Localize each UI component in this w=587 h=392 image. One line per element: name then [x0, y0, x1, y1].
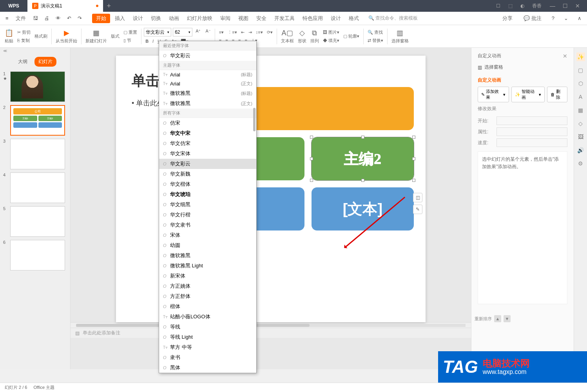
format-painter-button[interactable]: 格式刷 [33, 33, 49, 40]
slide-thumbnail-5[interactable]: 5 [3, 206, 67, 237]
tab-start[interactable]: 开始 [92, 14, 110, 23]
strip-object-icon[interactable]: ◇ [576, 119, 585, 128]
font-item[interactable]: O新宋体 [159, 271, 256, 281]
property-select[interactable] [496, 127, 567, 136]
font-item[interactable]: O方正姚体 [159, 281, 256, 291]
tab-design[interactable]: 设计 [130, 13, 146, 24]
new-tab-button[interactable]: + [103, 0, 115, 12]
smart-animation-button[interactable]: ✨ 智能动画 ▾ [511, 87, 545, 102]
slide-thumbnail-2[interactable]: 2 公司 主编1主编2 [3, 105, 67, 136]
tab-transition[interactable]: 切换 [148, 13, 164, 24]
bullets-button[interactable]: ≡▾ [217, 29, 225, 36]
font-item-highlighted[interactable]: O华文彩云 [159, 159, 256, 169]
font-item[interactable]: O华文楷体 [159, 179, 256, 189]
outline-button[interactable]: ▢ 轮廓▾ [342, 33, 361, 40]
font-item[interactable]: O华文中宋 [159, 128, 256, 138]
shapes-button[interactable]: ◇形状 [296, 29, 308, 44]
text-direction-button[interactable]: ⟳▾ [265, 29, 274, 36]
font-name-select[interactable]: 华文彩云▾ [144, 28, 171, 36]
horizontal-scrollbar[interactable] [71, 322, 471, 328]
font-item[interactable]: Tᴛ微软雅黑(正文) [159, 98, 256, 109]
font-item[interactable]: O方正舒体 [159, 291, 256, 301]
close-pane-icon[interactable]: ✕ [563, 53, 567, 59]
app-menu-icon[interactable]: ≡ [3, 14, 11, 23]
close-button[interactable]: ✕ [573, 1, 582, 11]
find-button[interactable]: 🔍 查找 [366, 29, 385, 36]
bold-button[interactable]: B [144, 38, 150, 45]
font-item[interactable]: O华文彩云 [159, 51, 256, 61]
slide-thumbnail-3[interactable]: 3 [3, 139, 67, 169]
tab-list-icon[interactable]: ☐ [495, 2, 502, 10]
maximize-button[interactable]: ☐ [560, 1, 570, 11]
cut-button[interactable]: ✂ 剪切 [16, 29, 32, 36]
font-item[interactable]: O华文行楷 [159, 210, 256, 220]
file-menu[interactable]: 文件 [13, 13, 29, 24]
undo-icon[interactable]: ↶ [65, 14, 74, 23]
strip-layout-icon[interactable]: ▦ [576, 106, 585, 114]
user-avatar-icon[interactable]: ◐ [519, 2, 526, 10]
strip-template-icon[interactable]: ▢ [576, 66, 585, 74]
share-button[interactable]: 分享 [499, 13, 516, 24]
tab-animation[interactable]: 动画 [166, 13, 182, 24]
tab-design2[interactable]: 设计 [328, 13, 344, 24]
add-effect-button[interactable]: ✎ 添加效果 ▾ [478, 87, 509, 102]
section-button[interactable]: ▯ 节 [122, 37, 139, 44]
search-box[interactable]: 🔍 查找命令、搜索模板 [368, 15, 418, 22]
text-box-button[interactable]: A▢文本框 [279, 29, 295, 44]
delete-effect-button[interactable]: 🗑 删除 [547, 87, 567, 102]
font-item[interactable]: O仿宋 [159, 118, 256, 128]
font-item[interactable]: O隶书 [159, 352, 256, 363]
strip-image-icon[interactable]: 🖼 [576, 132, 585, 141]
dropdown-scrollbar[interactable] [253, 108, 255, 131]
strip-animation-icon[interactable]: ✨ [576, 53, 585, 61]
font-item[interactable]: O华文隶书 [159, 220, 256, 230]
smartart-options-icon[interactable]: ◫ [413, 193, 422, 202]
tab-view[interactable]: 视图 [235, 13, 252, 24]
panel-collapse-icon[interactable]: ≪ [0, 48, 70, 54]
arrange-button[interactable]: ⧉排列 [309, 29, 321, 44]
font-item[interactable]: Tᴛ微软雅黑(标题) [159, 88, 256, 98]
strip-style-icon[interactable]: ⬡ [576, 79, 585, 88]
slides-tab[interactable]: 幻灯片 [34, 57, 56, 67]
font-item[interactable]: O微软雅黑 Light [159, 261, 256, 271]
font-item[interactable]: O华文琥珀 [159, 189, 256, 200]
font-item[interactable]: Tᴛ苹方 中等 [159, 342, 256, 352]
new-slide-button[interactable]: ▦ 新建幻灯片 [84, 29, 109, 44]
minimize-button[interactable]: — [548, 1, 557, 11]
slide-thumbnail-1[interactable]: 1★ [3, 71, 67, 102]
font-item[interactable]: O幼圆 [159, 240, 256, 250]
tab-format[interactable]: 格式 [346, 13, 362, 24]
line-spacing-button[interactable]: ↕≡▾ [254, 29, 265, 36]
select-pane-button[interactable]: ▥选择窗格 [390, 29, 410, 44]
gift-icon[interactable]: ⬚ [507, 2, 514, 10]
font-dropdown[interactable]: 最近使用字体 O华文彩云 主题字体 TᴛArial(标题) TᴛArial(正文… [159, 41, 257, 373]
font-size-select[interactable]: 62▾ [173, 28, 192, 36]
font-item[interactable]: TᴛArial(正文) [159, 79, 256, 88]
font-item[interactable]: O等线 [159, 322, 256, 332]
copy-button[interactable]: ⎘ 复制 [16, 37, 32, 44]
decrease-font-icon[interactable]: A⁻ [204, 28, 212, 36]
preview-icon[interactable]: 👁 [53, 14, 63, 23]
font-item[interactable]: O微软雅黑 [159, 250, 256, 261]
ribbon-options-icon[interactable]: ∧ [575, 14, 584, 23]
font-item[interactable]: O华文仿宋 [159, 138, 256, 149]
pictures-button[interactable]: 🖼 图片▾ [321, 29, 341, 36]
strip-font-icon[interactable]: A [576, 93, 585, 101]
paste-group[interactable]: 📋 粘贴 [3, 29, 15, 44]
document-tab[interactable]: P 演示文稿1 [27, 0, 103, 12]
comment-button[interactable]: 💬 批注 [520, 13, 545, 24]
help-icon[interactable]: ? [549, 14, 557, 23]
italic-button[interactable]: I [151, 38, 155, 45]
tab-featured[interactable]: 特色应用 [299, 13, 326, 24]
tab-developer[interactable]: 开发工具 [271, 13, 298, 24]
strip-settings-icon[interactable]: ⚙ [576, 159, 585, 168]
tab-slideshow[interactable]: 幻灯片放映 [184, 13, 216, 24]
notes-area[interactable]: ▤ 单击此处添加备注 [71, 328, 471, 338]
move-down-icon[interactable]: ▼ [504, 315, 511, 322]
layout-button[interactable]: 版式 [109, 33, 121, 39]
font-item[interactable]: O华文宋体 [159, 149, 256, 159]
font-item[interactable]: O黑体 [159, 363, 256, 373]
strip-sound-icon[interactable]: 🔊 [576, 146, 585, 154]
smartart-edit-icon[interactable]: ✎ [413, 205, 422, 214]
tab-review[interactable]: 审阅 [217, 13, 234, 24]
